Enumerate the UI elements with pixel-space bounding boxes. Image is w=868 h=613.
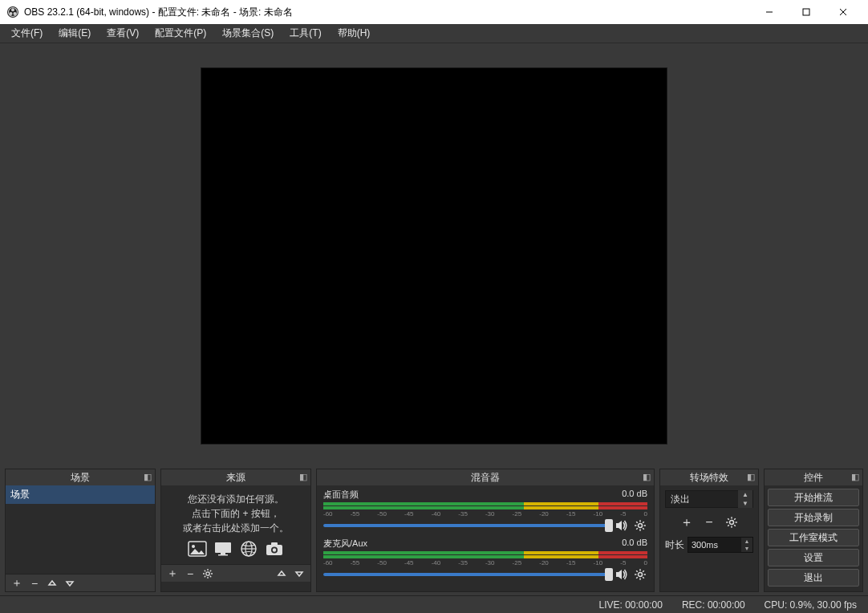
remove-transition-button[interactable]: −	[701, 514, 717, 530]
control-button[interactable]: 设置	[768, 549, 859, 566]
control-button[interactable]: 退出	[768, 569, 859, 587]
sources-panel: 来源 ◧ 您还没有添加任何源。 点击下面的 + 按钮， 或者右击此处添加一个。 …	[160, 469, 311, 592]
svg-line-37	[643, 522, 644, 523]
control-button[interactable]: 工作室模式	[768, 529, 859, 546]
mixer-channel: 桌面音频 0.0 dB -60-55-50-45-40-35-30-25-20-…	[323, 489, 647, 533]
svg-point-21	[206, 571, 209, 574]
mixer-panel-title: 混音器	[471, 471, 500, 485]
menu-help[interactable]: 帮助(H)	[330, 24, 379, 43]
menu-scene-collections[interactable]: 场景集合(S)	[214, 24, 282, 43]
chevron-down-icon[interactable]: ▼	[738, 499, 752, 508]
meter-ticks: -60-55-50-45-40-35-30-25-20-15-10-50	[323, 559, 647, 566]
control-button[interactable]: 开始推流	[768, 489, 859, 506]
maximize-button[interactable]	[788, 0, 825, 24]
menubar: 文件(F) 编辑(E) 查看(V) 配置文件(P) 场景集合(S) 工具(T) …	[0, 24, 868, 43]
sources-panel-title: 来源	[226, 471, 245, 485]
gear-icon[interactable]	[633, 518, 647, 533]
status-cpu: CPU: 0.9%, 30.00 fps	[765, 599, 857, 611]
dock-toggle-icon[interactable]: ◧	[851, 472, 859, 482]
transition-properties-button[interactable]	[724, 514, 740, 530]
svg-line-38	[636, 528, 638, 530]
mixer-channel-name: 麦克风/Aux	[323, 538, 367, 550]
gear-icon[interactable]	[633, 567, 647, 582]
menu-file[interactable]: 文件(F)	[3, 24, 51, 43]
dock-toggle-icon[interactable]: ◧	[747, 472, 755, 482]
close-button[interactable]	[825, 0, 862, 24]
svg-line-55	[734, 518, 736, 520]
svg-point-10	[192, 545, 195, 548]
sources-empty-line: 您还没有添加任何源。	[166, 492, 306, 506]
scene-item[interactable]: 场景	[6, 485, 155, 504]
speaker-icon[interactable]	[614, 518, 628, 533]
remove-scene-button[interactable]: −	[26, 576, 43, 591]
controls-panel: 控件 ◧ 开始推流开始录制工作室模式设置退出	[764, 469, 863, 592]
svg-point-2	[11, 8, 14, 11]
spin-down-icon[interactable]: ▼	[741, 545, 752, 552]
svg-line-26	[205, 570, 205, 570]
add-scene-button[interactable]: ＋	[9, 576, 25, 591]
dock-toggle-icon[interactable]: ◧	[643, 472, 651, 482]
move-scene-down-button[interactable]	[62, 576, 78, 591]
source-properties-button[interactable]	[200, 566, 216, 581]
scenes-panel-title: 场景	[71, 471, 90, 485]
add-transition-button[interactable]: ＋	[679, 514, 695, 530]
svg-line-44	[636, 570, 638, 572]
obs-logo-icon	[6, 6, 19, 18]
speaker-icon[interactable]	[614, 567, 628, 582]
control-button[interactable]: 开始录制	[768, 509, 859, 526]
svg-rect-18	[271, 542, 278, 546]
remove-source-button[interactable]: −	[182, 566, 198, 581]
svg-line-46	[643, 570, 644, 572]
svg-rect-13	[218, 554, 228, 556]
dock-toggle-icon[interactable]: ◧	[144, 472, 152, 482]
svg-line-53	[728, 518, 729, 520]
mixer-channel-db: 0.0 dB	[622, 489, 647, 501]
svg-line-36	[643, 528, 644, 530]
add-source-button[interactable]: ＋	[164, 566, 180, 581]
controls-panel-title: 控件	[804, 471, 823, 485]
svg-line-56	[728, 525, 729, 526]
volume-slider[interactable]	[323, 568, 609, 581]
transitions-panel-title: 转场特效	[690, 471, 728, 485]
mixer-channel: 麦克风/Aux 0.0 dB -60-55-50-45-40-35-30-25-…	[323, 538, 647, 582]
svg-line-54	[734, 525, 736, 526]
move-scene-up-button[interactable]	[44, 576, 60, 591]
sources-empty-line: 或者右击此处添加一个。	[166, 521, 306, 535]
duration-input[interactable]: 300ms ▲▼	[688, 537, 753, 553]
menu-tools[interactable]: 工具(T)	[282, 24, 329, 43]
svg-line-35	[636, 522, 638, 523]
scenes-panel: 场景 ◧ 场景 ＋ −	[5, 469, 156, 592]
status-live: LIVE: 00:00:00	[598, 599, 662, 611]
svg-line-47	[636, 577, 638, 578]
camera-source-icon	[264, 540, 285, 558]
svg-point-39	[638, 572, 642, 576]
status-rec: REC: 00:00:00	[682, 599, 745, 611]
sources-empty-message: 您还没有添加任何源。 点击下面的 + 按钮， 或者右击此处添加一个。	[161, 485, 310, 564]
meter-ticks: -60-55-50-45-40-35-30-25-20-15-10-50	[323, 510, 647, 518]
duration-value: 300ms	[688, 538, 741, 552]
menu-profiles[interactable]: 配置文件(P)	[147, 24, 214, 43]
svg-rect-6	[803, 9, 809, 15]
status-bar: LIVE: 00:00:00 REC: 00:00:00 CPU: 0.9%, …	[0, 595, 868, 613]
preview-canvas[interactable]	[201, 68, 667, 444]
transition-select[interactable]: 淡出 ▲▼	[665, 490, 753, 508]
spin-up-icon[interactable]: ▲	[741, 538, 752, 545]
transition-selected: 淡出	[666, 493, 738, 506]
dock-toggle-icon[interactable]: ◧	[299, 472, 307, 482]
window-titlebar: OBS 23.2.1 (64-bit, windows) - 配置文件: 未命名…	[0, 0, 868, 24]
svg-line-27	[210, 575, 211, 576]
chevron-up-icon[interactable]: ▲	[738, 490, 752, 499]
volume-slider[interactable]	[323, 519, 609, 532]
window-title: OBS 23.2.1 (64-bit, windows) - 配置文件: 未命名…	[24, 6, 751, 19]
svg-point-3	[10, 12, 13, 15]
sources-empty-line: 点击下面的 + 按钮，	[166, 506, 306, 521]
minimize-button[interactable]	[751, 0, 788, 24]
transitions-panel: 转场特效 ◧ 淡出 ▲▼ ＋ − 时长 300ms ▲▼	[659, 469, 759, 592]
move-source-up-button[interactable]	[274, 566, 290, 581]
move-source-down-button[interactable]	[291, 566, 307, 581]
image-source-icon	[187, 540, 208, 558]
svg-line-45	[643, 577, 644, 578]
mixer-channel-db: 0.0 dB	[622, 538, 647, 550]
menu-view[interactable]: 查看(V)	[99, 24, 147, 43]
menu-edit[interactable]: 编辑(E)	[51, 24, 99, 43]
